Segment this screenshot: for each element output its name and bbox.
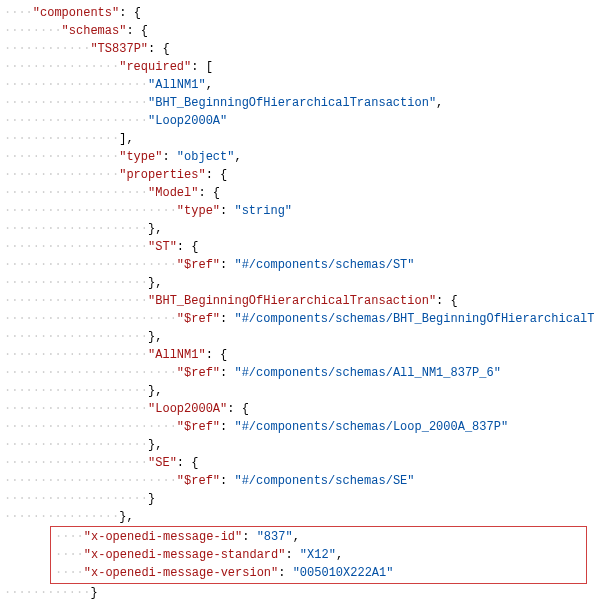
- json-punct: ,: [336, 548, 343, 562]
- json-punct: :: [220, 474, 234, 488]
- json-brace: {: [191, 456, 198, 470]
- json-key: "Model": [148, 186, 198, 200]
- code-line: ····················"Loop2000A": [0, 112, 595, 130]
- json-brace: {: [162, 42, 169, 56]
- json-key: "required": [119, 60, 191, 74]
- json-string: "#/components/schemas/ST": [234, 258, 414, 272]
- code-line: ············}: [0, 584, 595, 599]
- json-punct: :: [177, 240, 191, 254]
- code-line: ························"$ref": "#/compo…: [0, 364, 595, 382]
- code-line: ····················"AllNM1": {: [0, 346, 595, 364]
- json-brace: {: [220, 348, 227, 362]
- json-punct: :: [191, 60, 205, 74]
- json-punct: :: [278, 566, 292, 580]
- json-punct: :: [220, 258, 234, 272]
- json-punct: :: [220, 204, 234, 218]
- code-line: ························"$ref": "#/compo…: [0, 472, 595, 490]
- json-punct: :: [220, 420, 234, 434]
- json-punct: ,: [155, 222, 162, 236]
- json-string: "X12": [300, 548, 336, 562]
- json-punct: ,: [126, 510, 133, 524]
- json-punct: :: [177, 456, 191, 470]
- code-line: ····"x-openedi-message-id": "837",: [51, 528, 586, 546]
- highlight-box: ····"x-openedi-message-id": "837",····"x…: [50, 526, 587, 584]
- json-punct: :: [119, 6, 133, 20]
- json-punct: :: [242, 530, 256, 544]
- json-brace: }: [148, 492, 155, 506]
- json-key: "schemas": [62, 24, 127, 38]
- json-key: "SE": [148, 456, 177, 470]
- json-string: "#/components/schemas/All_NM1_837P_6": [234, 366, 500, 380]
- json-key: "$ref": [177, 366, 220, 380]
- code-line: ················"type": "object",: [0, 148, 595, 166]
- json-punct: ,: [155, 276, 162, 290]
- json-key: "$ref": [177, 474, 220, 488]
- json-punct: ,: [206, 78, 213, 92]
- code-line: ························"$ref": "#/compo…: [0, 310, 595, 328]
- code-line: ····················},: [0, 382, 595, 400]
- json-key: "x-openedi-message-standard": [84, 548, 286, 562]
- code-line: ····················"Loop2000A": {: [0, 400, 595, 418]
- json-punct: :: [227, 402, 241, 416]
- json-string: "#/components/schemas/SE": [234, 474, 414, 488]
- json-string: "#/components/schemas/Loop_2000A_837P": [234, 420, 508, 434]
- json-punct: :: [206, 168, 220, 182]
- json-string: "object": [177, 150, 235, 164]
- json-punct: ,: [234, 150, 241, 164]
- json-key: "$ref": [177, 258, 220, 272]
- json-punct: :: [198, 186, 212, 200]
- json-punct: ,: [155, 438, 162, 452]
- json-key: "BHT_BeginningOfHierarchicalTransaction": [148, 294, 436, 308]
- code-line: ····················"BHT_BeginningOfHier…: [0, 292, 595, 310]
- code-line: ····················"AllNM1",: [0, 76, 595, 94]
- code-line: ····················"Model": {: [0, 184, 595, 202]
- json-brace: {: [134, 6, 141, 20]
- code-line: ····················}: [0, 490, 595, 508]
- json-punct: ,: [155, 330, 162, 344]
- code-line: ························"$ref": "#/compo…: [0, 256, 595, 274]
- code-line: ····················},: [0, 328, 595, 346]
- code-line: ····················"SE": {: [0, 454, 595, 472]
- json-key: "TS837P": [90, 42, 148, 56]
- json-punct: :: [148, 42, 162, 56]
- json-key: "components": [33, 6, 119, 20]
- json-string: "005010X222A1": [293, 566, 394, 580]
- code-line: ········"schemas": {: [0, 22, 595, 40]
- code-line: ············"TS837P": {: [0, 40, 595, 58]
- json-punct: ,: [126, 132, 133, 146]
- json-code-block: ····"components": {········"schemas": {·…: [0, 4, 595, 599]
- code-line: ····"x-openedi-message-standard": "X12",: [51, 546, 586, 564]
- json-punct: :: [220, 312, 234, 326]
- code-line: ························"$ref": "#/compo…: [0, 418, 595, 436]
- code-line: ················"required": [: [0, 58, 595, 76]
- json-string: "AllNM1": [148, 78, 206, 92]
- code-line: ····"x-openedi-message-version": "005010…: [51, 564, 586, 582]
- json-brace: {: [141, 24, 148, 38]
- json-brace: {: [242, 402, 249, 416]
- json-string: "Loop2000A": [148, 114, 227, 128]
- json-key: "type": [177, 204, 220, 218]
- json-key: "x-openedi-message-id": [84, 530, 242, 544]
- code-line: ····················},: [0, 436, 595, 454]
- json-key: "ST": [148, 240, 177, 254]
- json-brace: [: [206, 60, 213, 74]
- json-punct: ,: [436, 96, 443, 110]
- json-key: "$ref": [177, 312, 220, 326]
- code-line: ····"components": {: [0, 4, 595, 22]
- json-punct: :: [220, 366, 234, 380]
- json-key: "AllNM1": [148, 348, 206, 362]
- json-brace: {: [191, 240, 198, 254]
- json-string: "BHT_BeginningOfHierarchicalTransaction": [148, 96, 436, 110]
- code-line: ····················"ST": {: [0, 238, 595, 256]
- json-key: "type": [119, 150, 162, 164]
- json-punct: :: [285, 548, 299, 562]
- json-punct: :: [162, 150, 176, 164]
- json-key: "properties": [119, 168, 205, 182]
- json-punct: :: [206, 348, 220, 362]
- code-line: ····················},: [0, 274, 595, 292]
- code-line: ························"type": "string": [0, 202, 595, 220]
- code-line: ················"properties": {: [0, 166, 595, 184]
- code-line: ····················},: [0, 220, 595, 238]
- code-line: ················],: [0, 130, 595, 148]
- json-punct: ,: [293, 530, 300, 544]
